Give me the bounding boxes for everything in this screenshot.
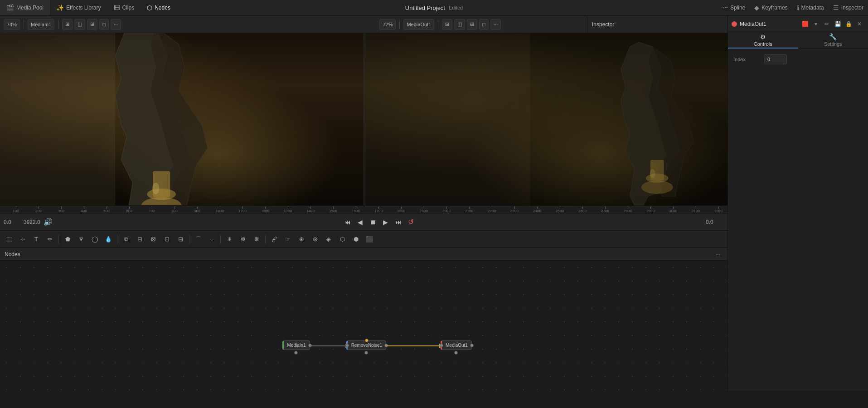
ruler-tick-14: 1500 (322, 206, 344, 213)
viewer-right-frame-btn[interactable]: □ (479, 19, 489, 30)
loop-button[interactable]: ↺ (406, 217, 417, 228)
inspector-node-name: MediaOut1 (740, 21, 797, 27)
tool-blur[interactable]: ⊕ (295, 233, 308, 246)
tool-warp[interactable]: ✳ (223, 233, 236, 246)
timeline-ruler[interactable]: 100 200 300 400 500 600 700 800 900 1000… (0, 205, 727, 214)
viewer-right-label-btn[interactable]: MediaOut1 (403, 19, 434, 30)
tool-text[interactable]: T (30, 233, 43, 246)
node-remove-noise-label: RemoveNoise1 (351, 343, 382, 348)
tool-dodge-burn[interactable]: ◈ (322, 233, 335, 246)
tool-transform[interactable]: ⊹ (16, 233, 29, 246)
node-media-out[interactable]: MediaOut1 (441, 340, 472, 355)
tool-magnet[interactable]: ✼ (237, 233, 249, 246)
viewer-right-overlay (364, 33, 728, 205)
viewer-left-frame-btn[interactable]: □ (99, 19, 109, 30)
viewer-left-more-btn[interactable]: ··· (111, 19, 121, 30)
tool-gradient[interactable]: ⛛ (75, 233, 87, 246)
viewer-left-view-btn[interactable]: ◫ (74, 19, 85, 30)
ruler-tick-22: 2300 (503, 206, 526, 213)
skip-to-end-button[interactable]: ⏭ (393, 217, 404, 228)
tool-sep-1 (58, 235, 59, 244)
tool-sep-5 (265, 235, 266, 244)
nav-item-keyframes[interactable]: ◆ Keyframes (750, 0, 792, 15)
project-title: Untitled Project (405, 5, 445, 11)
viewer-left[interactable] (0, 33, 364, 205)
inspector-edit-btn[interactable]: ✏ (822, 19, 832, 29)
ruler-tick-12: 1300 (276, 206, 299, 213)
inspector-tab-settings[interactable]: 🔧 Settings (798, 32, 868, 49)
viewer-right-grid-btn[interactable]: ⊞ (467, 19, 477, 30)
nodes-more-btn[interactable]: ··· (713, 249, 723, 259)
node-media-in[interactable]: MediaIn1 (282, 340, 310, 355)
tool-merge-ellipse[interactable]: ⊡ (160, 233, 173, 246)
inspector-panel: MediaOut1 🟥 ▾ ✏ 💾 🔒 ✕ ⚙ Controls 🔧 Setti… (727, 16, 868, 391)
inspector-index-value[interactable]: 0 (764, 54, 787, 64)
step-back-button[interactable]: ◀ (355, 217, 366, 228)
tool-selection-ops[interactable]: ⬛ (363, 233, 376, 246)
node-remove-noise[interactable]: RemoveNoise1 (346, 340, 386, 355)
nav-item-clips[interactable]: 🎞 Clips (107, 0, 141, 15)
node-remove-noise-input[interactable] (345, 344, 349, 347)
nav-item-media-pool[interactable]: 🎬 Media Pool (0, 0, 50, 15)
ruler-tick-2: 300 (50, 206, 73, 213)
inspector-save-btn[interactable]: 💾 (833, 19, 843, 29)
skip-to-start-button[interactable]: ⏮ (342, 217, 353, 228)
tool-color[interactable]: 💧 (102, 233, 115, 246)
tool-eraser[interactable]: ⬡ (336, 233, 349, 246)
node-box-media-in[interactable]: MediaIn1 (282, 340, 310, 350)
viewer-left-grid-btn[interactable]: ⊞ (87, 19, 97, 30)
zoom-level-left[interactable]: 74% (4, 19, 20, 30)
tool-polygon[interactable]: ⬟ (61, 233, 74, 246)
nav-item-effects-library[interactable]: ✨ Effects Library (50, 0, 107, 15)
viewer-left-label-text: MediaIn1 (31, 22, 51, 27)
tool-paint[interactable]: ✏ (44, 233, 56, 246)
inspector-close-btn[interactable]: ✕ (854, 19, 864, 29)
svg-point-3 (147, 189, 176, 200)
tool-merge-poly[interactable]: ⊟ (133, 233, 146, 246)
tool-clone[interactable]: ❋ (250, 233, 263, 246)
nav-item-inspector[interactable]: ☰ Inspector (829, 0, 868, 15)
tool-merge-circle[interactable]: ⊠ (147, 233, 160, 246)
viewer-left-fit-btn[interactable]: ⊞ (62, 19, 73, 30)
viewer-left-label-btn[interactable]: MediaIn1 (28, 19, 54, 30)
viewer-left-overlay (0, 33, 364, 205)
viewer-right-view-btn[interactable]: ◫ (454, 19, 465, 30)
inspector-lock-btn[interactable]: 🔒 (844, 19, 853, 29)
tool-merge-rect[interactable]: ⧉ (120, 233, 132, 246)
inspector-header-bar: Inspector (587, 16, 727, 33)
stop-button[interactable]: ⏹ (368, 217, 378, 228)
tool-bspline[interactable]: ⌣ (205, 233, 218, 246)
inspector-dropdown-btn[interactable]: ▾ (811, 19, 821, 29)
tool-bezier[interactable]: ⌒ (192, 233, 204, 246)
ruler-tick-6: 700 (141, 206, 163, 213)
nav-item-media-pool-label: Media Pool (16, 5, 44, 11)
node-box-media-out[interactable]: MediaOut1 (441, 340, 472, 350)
viewer-right-more-btn[interactable]: ··· (490, 19, 501, 30)
tool-ellipse-select[interactable]: ◯ (88, 233, 101, 246)
nav-item-spline[interactable]: 〰 Spline (717, 0, 750, 15)
viewer-right[interactable] (364, 33, 728, 205)
node-box-remove-noise[interactable]: RemoveNoise1 (346, 340, 386, 350)
tool-stamp[interactable]: ⬢ (349, 233, 362, 246)
nodes-canvas[interactable]: MediaIn1 RemoveNoise1 (0, 261, 727, 391)
ruler-tick-19: 2000 (435, 206, 458, 213)
nav-right-area: 〰 Spline ◆ Keyframes ℹ Metadata ☰ Inspec… (717, 0, 868, 15)
play-button[interactable]: ▶ (380, 217, 391, 228)
ruler-tick-30: 3100 (684, 206, 707, 213)
tool-rect-select[interactable]: ⬚ (3, 233, 15, 246)
nav-item-metadata[interactable]: ℹ Metadata (792, 0, 829, 15)
tool-sharpen[interactable]: ⊛ (309, 233, 321, 246)
nav-item-nodes[interactable]: ⬡ Nodes (141, 0, 177, 15)
ruler-tick-28: 2900 (639, 206, 662, 213)
inspector-tab-controls[interactable]: ⚙ Controls (728, 32, 798, 49)
svg-point-9 (645, 174, 668, 183)
zoom-level-right[interactable]: 72% (379, 19, 396, 30)
viewer-right-fit-btn[interactable]: ⊞ (442, 19, 452, 30)
tool-smear[interactable]: ☞ (281, 233, 294, 246)
inspector-color-btn[interactable]: 🟥 (800, 19, 810, 29)
tool-merge-path[interactable]: ⊟ (174, 233, 187, 246)
svg-point-8 (641, 180, 673, 194)
tool-sculpt[interactable]: 🖋 (268, 233, 281, 246)
node-media-out-input[interactable] (440, 344, 443, 347)
volume-icon[interactable]: 🔊 (44, 218, 53, 226)
